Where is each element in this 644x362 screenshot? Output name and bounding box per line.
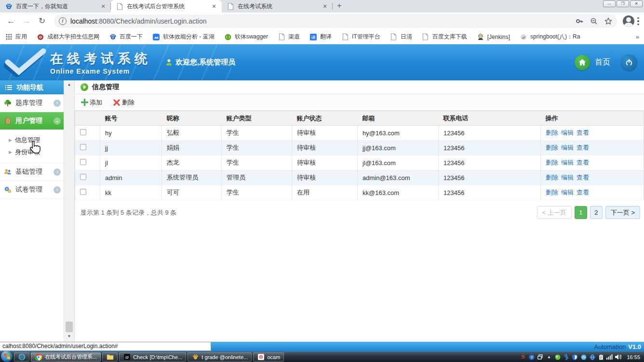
start-button[interactable] xyxy=(1,350,13,362)
action-link-删除[interactable]: 删除 xyxy=(546,189,558,196)
action-link-删除[interactable]: 删除 xyxy=(546,144,558,151)
restore-button[interactable]: ❐ xyxy=(617,0,629,7)
globe-icon[interactable] xyxy=(589,354,595,360)
action-link-编辑[interactable]: 编辑 xyxy=(561,159,574,166)
action-link-编辑[interactable]: 编辑 xyxy=(561,129,574,136)
bookmark-item[interactable]: 译翻译 xyxy=(309,33,332,41)
bookmark-item[interactable]: IT管理平台 xyxy=(341,33,380,41)
delete-button[interactable]: 删除 xyxy=(113,98,134,107)
submenu-item-身份审核[interactable]: ▶身份审核 xyxy=(0,146,64,158)
clipboard-icon[interactable] xyxy=(598,354,604,360)
bookmark-item[interactable]: 百度文库下载 xyxy=(422,33,467,41)
browser-tab[interactable]: 在线考试系统✕ xyxy=(222,0,333,13)
taskbar-button-t-grade-window[interactable]: t grade @onlinete... xyxy=(188,352,252,362)
sidebar-item-用户管理[interactable]: 用户管理⌄ xyxy=(0,112,64,130)
network-signal-icon[interactable] xyxy=(606,354,613,360)
swirl-icon[interactable] xyxy=(580,354,587,360)
add-button[interactable]: 添加 xyxy=(80,98,102,107)
tab-close-icon[interactable]: ✕ xyxy=(99,2,107,10)
bluetooth-icon[interactable] xyxy=(563,354,569,360)
browser-menu-icon[interactable] xyxy=(637,17,639,26)
home-button[interactable] xyxy=(575,55,590,70)
scrollbar-thumb[interactable] xyxy=(66,322,73,332)
action-link-查看[interactable]: 查看 xyxy=(577,189,589,196)
home-label[interactable]: 首页 xyxy=(595,57,610,67)
logout-power-button[interactable] xyxy=(621,54,637,71)
zoom-icon[interactable] xyxy=(590,17,598,25)
bookmark-item[interactable]: 软体效能分析 - 蓝湖 xyxy=(152,33,215,41)
bookmark-item[interactable]: 百度一下 xyxy=(109,33,143,41)
row-checkbox[interactable] xyxy=(80,174,86,180)
tab-close-icon[interactable]: ✕ xyxy=(210,2,218,10)
bookmark-item[interactable]: springboot(八)：Ra xyxy=(520,33,580,41)
action-link-查看[interactable]: 查看 xyxy=(577,159,589,166)
sidebar-item-题库管理[interactable]: 题库管理› xyxy=(0,94,64,112)
taskbar-button-chrome-window[interactable]: 在线考试后台管理系... xyxy=(31,352,101,362)
sogou-s-icon[interactable]: S xyxy=(520,354,526,360)
page-button-2[interactable]: 2 xyxy=(590,206,603,219)
submenu-item-信息管理[interactable]: ▶信息管理 xyxy=(0,134,64,146)
row-checkbox[interactable] xyxy=(80,159,86,165)
reload-button[interactable]: ↻ xyxy=(36,15,48,27)
bookmark-item[interactable]: [Jenkins] xyxy=(477,33,510,41)
sidebar-item-试卷管理[interactable]: 试卷管理› xyxy=(0,181,64,199)
action-link-删除[interactable]: 删除 xyxy=(546,159,558,166)
shield-icon[interactable] xyxy=(572,354,578,360)
cell-status[interactable]: 待审核 xyxy=(292,126,358,141)
action-link-编辑[interactable]: 编辑 xyxy=(561,144,574,151)
question-icon[interactable]: ? xyxy=(528,354,535,360)
bookmarks-overflow-icon[interactable]: » xyxy=(636,33,639,40)
tab-close-icon[interactable]: ✕ xyxy=(321,2,329,10)
action-link-查看[interactable]: 查看 xyxy=(577,144,589,151)
browser-tab[interactable]: 在线考试后台管理系统✕ xyxy=(111,0,222,13)
action-link-删除[interactable]: 删除 xyxy=(546,129,558,136)
taskbar-button-explorer[interactable] xyxy=(102,352,118,362)
site-info-icon[interactable]: i xyxy=(59,17,67,25)
back-button[interactable]: ← xyxy=(5,15,17,27)
bookmark-item[interactable]: 渠道 xyxy=(278,33,300,41)
row-checkbox[interactable] xyxy=(80,129,86,135)
new-tab-button[interactable]: + xyxy=(333,0,346,13)
page-button-1[interactable]: 1 xyxy=(575,206,587,219)
hidden-up-arrow-icon[interactable]: ▲ xyxy=(546,354,552,360)
scroll-up-icon[interactable]: ▲ xyxy=(64,81,74,88)
cell-status[interactable]: 待审核 xyxy=(292,155,358,170)
volume-icon[interactable] xyxy=(615,354,621,360)
minimize-button[interactable]: — xyxy=(603,0,616,7)
action-link-编辑[interactable]: 编辑 xyxy=(561,174,574,181)
bookmark-star-icon[interactable] xyxy=(604,17,612,25)
sidebar-scrollbar[interactable]: ▲ ▼ xyxy=(64,80,74,342)
green-dot-icon[interactable] xyxy=(554,354,561,360)
browser-tab[interactable]: 百度一下，你就知道✕ xyxy=(0,0,111,13)
row-checkbox[interactable] xyxy=(80,189,86,195)
users-icon xyxy=(4,168,12,176)
bookmark-item[interactable]: 软体swagger xyxy=(224,33,268,41)
cell-status[interactable]: 待审核 xyxy=(292,141,358,155)
action-link-查看[interactable]: 查看 xyxy=(577,129,589,136)
prev-page-button[interactable]: < 上一页 xyxy=(537,206,572,219)
taskbar-button-intellij-project[interactable]: IJCheck [D:\tmp\Che... xyxy=(119,352,186,362)
window-restore-icon[interactable] xyxy=(537,354,543,360)
cell-status[interactable]: 待审核 xyxy=(292,170,358,185)
row-checkbox[interactable] xyxy=(80,144,86,150)
sidebar-item-基础管理[interactable]: 基础管理› xyxy=(0,163,64,181)
action-link-编辑[interactable]: 编辑 xyxy=(561,189,574,196)
taskbar-button-internet-explorer[interactable] xyxy=(14,352,29,362)
bookmark-item[interactable]: 日清 xyxy=(390,33,412,41)
triangle-bullet-icon: ▶ xyxy=(9,150,12,155)
pagination: < 上一页12下一页 > xyxy=(537,206,640,219)
forward-button[interactable]: → xyxy=(20,15,33,27)
svg-text:IJ: IJ xyxy=(125,356,128,359)
scroll-down-icon[interactable]: ▼ xyxy=(64,333,74,340)
bookmark-item[interactable]: 成都大学招生信息网 xyxy=(37,33,99,41)
action-link-查看[interactable]: 查看 xyxy=(577,174,589,181)
key-icon[interactable] xyxy=(576,17,583,25)
next-page-button[interactable]: 下一页 > xyxy=(605,206,640,219)
address-bar[interactable]: i localhost:8080/Check/admin/userLogin.a… xyxy=(54,14,617,28)
close-button[interactable]: ✕ xyxy=(630,0,643,7)
taskbar-button-ocam-recorder[interactable]: ocam xyxy=(253,352,284,362)
bookmark-item[interactable]: 应用 xyxy=(5,33,27,41)
action-link-删除[interactable]: 删除 xyxy=(546,174,558,181)
doc-icon xyxy=(278,33,285,41)
profile-avatar[interactable] xyxy=(623,15,634,27)
